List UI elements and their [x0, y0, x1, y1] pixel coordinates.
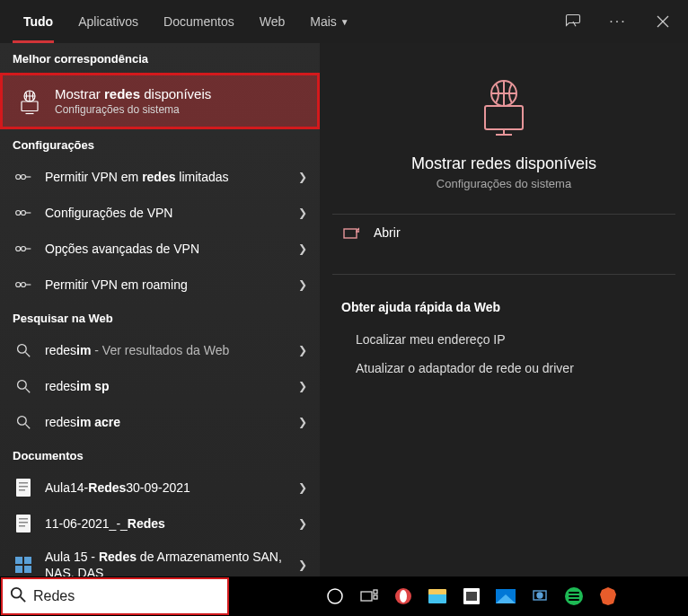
best-match-title: Mostrar redes disponíveis — [55, 86, 211, 101]
svg-point-9 — [16, 247, 21, 251]
divider — [332, 274, 675, 275]
setting-vpn-config[interactable]: Configurações de VPN ❯ — [0, 195, 320, 231]
svg-point-13 — [18, 345, 27, 354]
svg-point-43 — [400, 590, 407, 603]
network-icon[interactable] — [524, 580, 556, 612]
svg-rect-26 — [19, 525, 25, 527]
tab-apps-label: Aplicativos — [78, 14, 138, 29]
tab-web[interactable]: Web — [247, 0, 298, 43]
search-input[interactable] — [33, 579, 227, 613]
svg-point-12 — [22, 283, 26, 287]
app-icon-opera[interactable] — [387, 580, 419, 612]
svg-line-14 — [25, 352, 30, 356]
close-icon[interactable] — [648, 7, 677, 36]
tab-more[interactable]: Mais ▼ — [297, 0, 361, 43]
svg-rect-41 — [374, 595, 377, 599]
main-content: Melhor correspondência Mostrar redes dis… — [0, 43, 688, 576]
svg-point-36 — [12, 588, 22, 598]
setting-vpn-limited[interactable]: Permitir VPN em redes limitadas ❯ — [0, 159, 320, 195]
section-best-match: Melhor correspondência — [0, 43, 320, 73]
web-result-redesim-acre[interactable]: redesim acre ❯ — [0, 404, 320, 440]
web-result-label: redesim - Ver resultados da Web — [45, 342, 291, 358]
action-open[interactable]: Abrir — [341, 215, 666, 251]
open-icon — [341, 226, 361, 239]
svg-point-38 — [328, 589, 342, 603]
svg-rect-21 — [19, 486, 28, 488]
preview-title: Mostrar redes disponíveis — [341, 154, 666, 173]
svg-rect-3 — [22, 101, 38, 111]
doc-icon — [13, 477, 34, 498]
tab-apps[interactable]: Aplicativos — [66, 0, 151, 43]
search-icon — [10, 586, 26, 606]
setting-label: Opções avançadas de VPN — [45, 241, 291, 257]
help-link-ip[interactable]: Localizar meu endereço IP — [341, 325, 666, 354]
doc-result-3[interactable]: Aula 15 - Redes de Armazenamento SAN, NA… — [0, 541, 320, 576]
web-result-redesim-sp[interactable]: redesim sp ❯ — [0, 368, 320, 404]
web-result-label: redesim sp — [45, 378, 291, 394]
taskbar-area — [0, 576, 688, 616]
svg-rect-27 — [15, 557, 22, 564]
svg-rect-25 — [19, 522, 28, 524]
web-result-redesim[interactable]: redesim - Ver resultados da Web ❯ — [0, 332, 320, 368]
section-documents: Documentos — [0, 440, 320, 470]
svg-point-5 — [16, 175, 21, 180]
svg-line-37 — [21, 597, 25, 602]
svg-line-18 — [25, 424, 30, 428]
tab-all-label: Tudo — [23, 14, 53, 29]
chevron-down-icon: ▼ — [340, 17, 349, 27]
store-icon[interactable] — [455, 580, 488, 612]
more-options-icon[interactable]: ··· — [604, 7, 632, 36]
svg-rect-35 — [344, 229, 357, 238]
mail-icon[interactable] — [490, 580, 522, 612]
cortana-icon[interactable] — [319, 580, 351, 612]
chevron-right-icon: ❯ — [298, 207, 307, 219]
search-tabs: Tudo Aplicativos Documentos Web Mais ▼ ·… — [0, 0, 688, 43]
tab-more-label: Mais — [310, 14, 337, 29]
globe-monitor-icon — [15, 87, 44, 116]
setting-label: Configurações de VPN — [45, 205, 291, 221]
search-icon — [13, 411, 34, 433]
setting-label: Permitir VPN em roaming — [45, 277, 291, 293]
svg-point-7 — [16, 211, 21, 216]
spotify-icon[interactable] — [558, 580, 590, 612]
svg-rect-23 — [16, 515, 31, 532]
doc-icon — [13, 513, 34, 534]
svg-point-11 — [16, 283, 21, 287]
tab-all[interactable]: Tudo — [11, 0, 66, 43]
doc-result-1[interactable]: Aula14-Redes30-09-2021 ❯ — [0, 470, 320, 506]
file-explorer-icon[interactable] — [421, 580, 454, 612]
svg-line-16 — [25, 388, 30, 392]
chevron-right-icon: ❯ — [298, 517, 307, 530]
taskbar — [229, 576, 624, 616]
vpn-icon — [13, 166, 34, 188]
svg-point-10 — [22, 247, 26, 251]
svg-rect-30 — [24, 566, 31, 573]
doc-result-2[interactable]: 11-06-2021_-_Redes ❯ — [0, 506, 320, 541]
svg-point-45 — [537, 593, 542, 598]
chevron-right-icon: ❯ — [298, 171, 307, 183]
search-icon — [13, 339, 34, 361]
svg-rect-39 — [361, 592, 372, 601]
svg-rect-28 — [24, 557, 31, 564]
svg-rect-32 — [485, 106, 523, 129]
search-box[interactable] — [1, 577, 229, 615]
brave-icon[interactable] — [592, 580, 624, 612]
section-web: Pesquisar na Web — [0, 303, 320, 332]
svg-rect-22 — [19, 489, 25, 491]
help-link-driver[interactable]: Atualizar o adaptador de rede ou driver — [341, 354, 666, 383]
svg-rect-20 — [19, 482, 28, 484]
section-settings: Configurações — [0, 129, 320, 159]
search-icon — [13, 375, 34, 397]
svg-point-17 — [18, 417, 27, 426]
setting-vpn-advanced[interactable]: Opções avançadas de VPN ❯ — [0, 231, 320, 267]
tab-docs[interactable]: Documentos — [151, 0, 247, 43]
svg-rect-29 — [15, 566, 22, 573]
feedback-icon[interactable] — [559, 7, 587, 36]
preview-pane: Mostrar redes disponíveis Configurações … — [320, 43, 688, 576]
best-match-subtitle: Configurações do sistema — [55, 103, 211, 116]
tab-docs-label: Documentos — [163, 14, 234, 29]
help-header: Obter ajuda rápida da Web — [341, 300, 666, 314]
best-match-item[interactable]: Mostrar redes disponíveis Configurações … — [0, 73, 320, 129]
task-view-icon[interactable] — [353, 580, 385, 612]
setting-vpn-roaming[interactable]: Permitir VPN em roaming ❯ — [0, 267, 320, 303]
